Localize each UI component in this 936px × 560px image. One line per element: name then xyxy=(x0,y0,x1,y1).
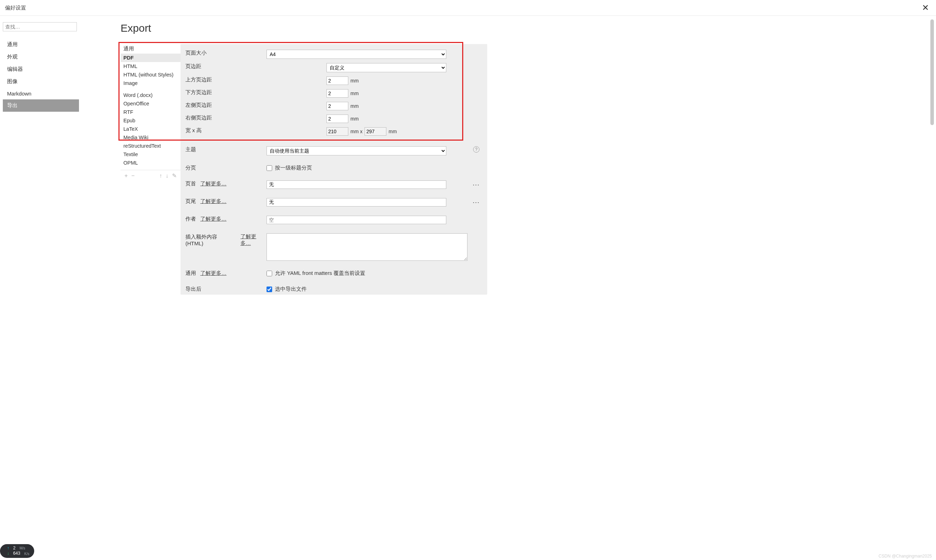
label-paging: 分页 xyxy=(185,165,196,171)
learn-more-general[interactable]: 了解更多… xyxy=(200,270,227,277)
row-margin-top: 上方页边距 mm xyxy=(180,74,487,87)
unit-mm: mm xyxy=(350,103,359,109)
sidebar-item-general[interactable]: 通用 xyxy=(3,38,79,51)
learn-more-footer[interactable]: 了解更多… xyxy=(200,198,227,205)
label-extra-html: 插入额外内容 (HTML) xyxy=(185,234,236,246)
net-down-value: 643 xyxy=(13,551,20,557)
body: 通用 外观 编辑器 图像 Markdown 导出 Export 通用 PDF H… xyxy=(0,16,936,560)
extra-html-textarea[interactable] xyxy=(266,233,468,261)
format-item-epub[interactable]: Epub xyxy=(120,116,180,125)
window-title: 偏好设置 xyxy=(5,5,26,11)
header-input[interactable] xyxy=(266,180,446,189)
format-item-rst[interactable]: reStructuredText xyxy=(120,142,180,150)
margin-top-input[interactable] xyxy=(326,77,348,85)
format-item-word[interactable]: Word (.docx) xyxy=(120,91,180,99)
label-author: 作者 xyxy=(185,216,196,222)
label-margin-right: 右侧页边距 xyxy=(185,115,212,121)
page-size-select[interactable]: A4 xyxy=(266,50,446,59)
width-input xyxy=(326,127,348,136)
unit-mm: mm xyxy=(388,129,397,134)
row-margin: 页边距 自定义 xyxy=(180,61,487,74)
format-item-image[interactable]: Image xyxy=(120,79,180,88)
author-input[interactable] xyxy=(266,216,446,224)
sidebar-item-export[interactable]: 导出 xyxy=(3,99,79,112)
yaml-text: 允许 YAML front matters 覆盖当前设置 xyxy=(275,270,365,277)
margin-select[interactable]: 自定义 xyxy=(326,63,446,72)
label-margin-left: 左侧页边距 xyxy=(185,102,212,109)
format-remove-button[interactable]: − xyxy=(131,173,136,178)
format-item-general[interactable]: 通用 xyxy=(120,44,180,54)
format-item-pdf[interactable]: PDF xyxy=(120,54,180,62)
format-item-opml[interactable]: OPML xyxy=(120,158,180,167)
unit-mm-x: mm x xyxy=(350,129,362,134)
content: Export 通用 PDF HTML HTML (without Styles)… xyxy=(82,16,936,560)
paging-checkbox[interactable] xyxy=(266,165,272,171)
sidebar-item-editor[interactable]: 编辑器 xyxy=(3,63,79,75)
row-paging: 分页 按一级标题分页 xyxy=(180,163,487,173)
network-widget: ↑ 2 M/s ↓ 643 K/s xyxy=(0,544,34,558)
learn-more-header[interactable]: 了解更多… xyxy=(200,180,227,187)
titlebar: 偏好设置 ✕ xyxy=(0,0,936,16)
net-down-unit: K/s xyxy=(24,552,29,556)
unit-mm: mm xyxy=(350,116,359,122)
net-up-unit: M/s xyxy=(19,546,25,551)
arrow-up-icon: ↑ xyxy=(7,546,9,551)
sidebar-item-appearance[interactable]: 外观 xyxy=(3,51,79,63)
after-export-checkbox[interactable] xyxy=(266,286,272,292)
format-item-html[interactable]: HTML xyxy=(120,62,180,71)
more-icon[interactable]: ⋯ xyxy=(473,198,480,206)
sidebar-item-markdown[interactable]: Markdown xyxy=(3,88,79,99)
label-wh: 宽 x 高 xyxy=(185,127,202,134)
yaml-checkbox[interactable] xyxy=(266,271,272,276)
label-header: 页首 xyxy=(185,180,196,187)
theme-select[interactable]: 自动使用当前主题 xyxy=(266,146,446,155)
label-margin-top: 上方页边距 xyxy=(185,77,212,83)
format-item-mediawiki[interactable]: Media Wiki xyxy=(120,133,180,142)
search-input[interactable] xyxy=(3,22,77,31)
sidebar-list: 通用 外观 编辑器 图像 Markdown 导出 xyxy=(3,38,79,112)
row-margin-bottom: 下方页边距 mm xyxy=(180,87,487,100)
row-margin-right: 右侧页边距 mm xyxy=(180,112,487,125)
footer-input[interactable] xyxy=(266,198,446,206)
label-general-yaml: 通用 xyxy=(185,270,196,277)
unit-mm: mm xyxy=(350,91,359,96)
format-item-openoffice[interactable]: OpenOffice xyxy=(120,99,180,108)
margin-right-input[interactable] xyxy=(326,115,348,123)
more-icon[interactable]: ⋯ xyxy=(473,180,480,189)
label-page-size: 页面大小 xyxy=(185,50,206,56)
learn-more-extra-html[interactable]: 了解更多… xyxy=(240,233,266,247)
settings-panel: 页面大小 A4 页边距 自定义 xyxy=(180,44,487,295)
net-up-value: 2 xyxy=(13,546,15,551)
format-spacer xyxy=(120,88,180,91)
label-theme: 主题 xyxy=(185,146,196,153)
sidebar: 通用 外观 编辑器 图像 Markdown 导出 xyxy=(0,16,82,560)
row-footer: 页尾 了解更多… ⋯ xyxy=(180,196,487,209)
margin-left-input[interactable] xyxy=(326,102,348,110)
learn-more-author[interactable]: 了解更多… xyxy=(200,216,227,222)
format-item-html-nostyle[interactable]: HTML (without Styles) xyxy=(120,71,180,79)
format-list: 通用 PDF HTML HTML (without Styles) Image … xyxy=(120,44,180,167)
watermark: CSDN @Changingman2025 xyxy=(879,554,932,558)
format-add-button[interactable]: + xyxy=(123,173,129,178)
close-icon[interactable]: ✕ xyxy=(920,3,931,13)
row-page-size: 页面大小 A4 xyxy=(180,48,487,61)
label-margin: 页边距 xyxy=(185,63,201,70)
page-title: Export xyxy=(120,22,928,34)
settings-layout: 通用 PDF HTML HTML (without Styles) Image … xyxy=(120,44,928,295)
help-icon[interactable]: ? xyxy=(473,146,479,152)
app-window: 偏好设置 ✕ 通用 外观 编辑器 图像 Markdown 导出 Export 通… xyxy=(0,0,936,560)
row-header: 页首 了解更多… ⋯ xyxy=(180,178,487,191)
format-item-rtf[interactable]: RTF xyxy=(120,108,180,116)
paging-text: 按一级标题分页 xyxy=(275,165,312,171)
sidebar-item-image[interactable]: 图像 xyxy=(3,75,79,88)
format-edit-button[interactable]: ✎ xyxy=(171,173,178,178)
format-item-textile[interactable]: Textile xyxy=(120,150,180,158)
format-move-down-button[interactable]: ↓ xyxy=(165,173,169,178)
row-margin-left: 左侧页边距 mm xyxy=(180,100,487,112)
row-extra-html: 插入额外内容 (HTML) 了解更多… xyxy=(180,231,487,263)
margin-bottom-input[interactable] xyxy=(326,89,348,98)
scrollbar[interactable] xyxy=(930,19,934,125)
format-move-up-button[interactable]: ↑ xyxy=(158,173,163,178)
after-export-text: 选中导出文件 xyxy=(275,286,307,292)
format-item-latex[interactable]: LaTeX xyxy=(120,125,180,133)
